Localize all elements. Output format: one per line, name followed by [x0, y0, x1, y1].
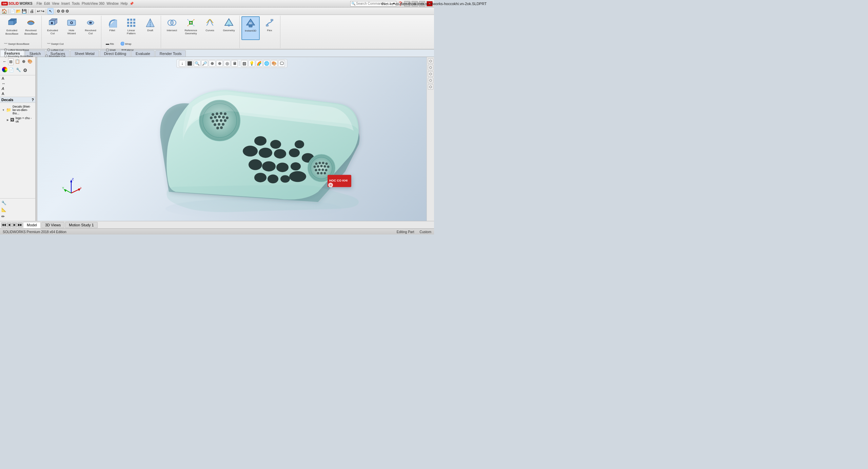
rt-btn4[interactable]: ⬡	[428, 78, 433, 83]
left-side-icon2[interactable]: ↔	[1, 81, 34, 86]
left-settings-icon[interactable]: ⚙	[22, 67, 28, 74]
left-tool1-icon[interactable]: ⊞	[8, 58, 14, 65]
vp-appearance-icon[interactable]: 🎨	[271, 60, 278, 67]
menu-view[interactable]: View	[52, 2, 59, 5]
left-bottom-icon2[interactable]: 📐	[1, 207, 35, 213]
vp-monitor-icon[interactable]: 🖵	[278, 60, 285, 67]
mirror-btn[interactable]: ⟺ Mirror	[119, 47, 136, 53]
shell-btn[interactable]: ▢ Shell	[103, 47, 118, 53]
vp-display2-icon[interactable]: ▧	[241, 60, 248, 67]
rt-btn5[interactable]: ⬡	[428, 84, 433, 90]
undo-btn[interactable]: ↩	[37, 9, 40, 14]
menu-file[interactable]: File	[37, 2, 42, 5]
flex-btn[interactable]: Flex	[260, 16, 279, 40]
nav-prev-btn[interactable]: ◀	[7, 223, 12, 227]
menu-edit[interactable]: Edit	[44, 2, 50, 5]
left-side-icon3[interactable]: A	[1, 86, 34, 91]
hole-wizard-btn[interactable]: HoleWizard	[62, 16, 81, 40]
vp-zoom-fit-icon[interactable]: 🔍	[194, 60, 201, 67]
gear2-icon[interactable]: ⚙	[61, 9, 65, 14]
left-tool5-icon[interactable]: 📄	[8, 67, 15, 74]
menu-help[interactable]: Help	[121, 2, 128, 5]
status-edition: SOLIDWORKS Premium 2018 x64 Edition	[3, 230, 66, 234]
left-tool3-icon[interactable]: ⊕	[21, 58, 26, 65]
home-icon[interactable]: 🏠	[1, 8, 7, 14]
tree-item-decals-root[interactable]: ▼ 📁 Decals (thiet-ke-vo-dien-tho...	[1, 104, 34, 116]
draft-btn[interactable]: Draft	[141, 16, 159, 40]
nav-next-btn[interactable]: ▶	[12, 223, 17, 227]
extruded-boss-base-btn[interactable]: ExtrudedBoss/Base	[3, 16, 21, 40]
menu-tools[interactable]: Tools	[72, 2, 80, 5]
rt-btn3[interactable]: ⬡	[428, 71, 433, 77]
select-btn[interactable]: ↖	[47, 8, 54, 14]
tree-logo-arrow[interactable]: ▶	[7, 118, 9, 121]
left-tool4-icon[interactable]: 🎨	[27, 58, 33, 65]
panel-help-icon[interactable]: ?	[32, 98, 34, 102]
tree-item-logo[interactable]: ▶ 🖼 logo + chu - ok	[1, 116, 34, 124]
svg-rect-17	[130, 22, 132, 24]
rib-btn[interactable]: ▬ Rib	[103, 41, 117, 47]
lofted-cut-btn[interactable]: ⬡ Lofted Cut	[43, 47, 67, 53]
gear1-icon[interactable]: ⚙	[57, 9, 60, 14]
menu-window[interactable]: Window	[106, 2, 119, 5]
left-tool2-icon[interactable]: 📋	[14, 58, 21, 65]
vp-section-icon[interactable]: ◎	[224, 60, 231, 67]
bottom-tab-model[interactable]: Model	[23, 222, 41, 228]
left-bottom-icon3[interactable]: ✏	[1, 213, 35, 220]
vp-scene-icon[interactable]: 🌐	[263, 60, 270, 67]
settings-icon[interactable]: ⚙	[65, 9, 69, 14]
intersect-btn[interactable]: Intersect	[163, 16, 181, 40]
left-tool6-icon[interactable]: 🔧	[15, 67, 22, 74]
fillet-btn[interactable]: Fillet	[103, 16, 121, 40]
nav-first-btn[interactable]: ◀◀	[1, 223, 6, 227]
svg-point-72	[289, 171, 306, 182]
vp-pan-icon[interactable]: ⊕	[209, 60, 216, 67]
save-btn[interactable]: 💾	[22, 9, 27, 14]
vp-render-icon[interactable]: 🌈	[256, 60, 263, 67]
left-color1-icon[interactable]	[2, 67, 7, 72]
tab-sheet-metal[interactable]: Sheet Metal	[70, 50, 99, 57]
left-bottom-icon1[interactable]: 🔧	[1, 200, 35, 206]
rt-btn2[interactable]: ⬡	[428, 65, 433, 70]
left-bottom-icons: 🔧 📐 ✏	[0, 198, 35, 221]
swept-cut-btn[interactable]: 〰 Swept Cut	[43, 41, 67, 47]
curves-btn[interactable]: Curves	[201, 16, 219, 40]
reference-geometry-btn[interactable]: ReferenceGeometry	[182, 16, 200, 40]
new-btn[interactable]: 📄	[10, 9, 15, 14]
menu-insert[interactable]: Insert	[61, 2, 70, 5]
instant3d-btn[interactable]: 3D Instant3D	[241, 16, 260, 40]
bottom-tab-motion[interactable]: Motion Study 1	[65, 222, 97, 228]
vp-rotate-icon[interactable]: ⊕	[216, 60, 223, 67]
linear-pattern-btn[interactable]: LinearPattern	[122, 16, 140, 40]
vp-cube-icon[interactable]: ⬛	[186, 60, 193, 67]
svg-point-51	[224, 119, 226, 122]
swept-boss-base-btn[interactable]: 〰 Swept Boss/Base	[3, 41, 31, 47]
vp-light-icon[interactable]: 💡	[249, 60, 255, 67]
geometry-btn[interactable]: Geometry	[220, 16, 238, 40]
wrap-btn[interactable]: 🌀 Wrap	[117, 41, 134, 47]
vp-zoom-area-icon[interactable]: 🔎	[201, 60, 208, 67]
svg-point-61	[274, 149, 286, 158]
revolved-cut-btn[interactable]: RevolvedCut	[81, 16, 100, 40]
nav-last-btn[interactable]: ▶▶	[18, 223, 22, 227]
left-arrow-icon[interactable]: ←	[2, 58, 7, 65]
left-side-icon4[interactable]: A	[1, 91, 34, 96]
boundary-boss-base-btn[interactable]: ⬡ Boundary Boss/Base	[3, 53, 35, 59]
menu-pin[interactable]: 📌	[130, 2, 134, 5]
tab-render-tools[interactable]: Render Tools	[155, 50, 186, 57]
left-side-icon1[interactable]: A	[1, 76, 34, 81]
bottom-tab-3dviews[interactable]: 3D Views	[41, 222, 64, 228]
draft-label: Draft	[147, 29, 153, 32]
lofted-boss-base-btn[interactable]: ⬡ Lofted Boss/Base	[3, 47, 31, 53]
tree-expand-arrow[interactable]: ▼	[2, 109, 5, 112]
open-btn[interactable]: 📂	[16, 9, 21, 14]
vp-display-icon[interactable]: 🖥	[231, 60, 238, 67]
menu-photoview[interactable]: PhotoView 360	[82, 2, 104, 5]
vp-arrow-down-icon[interactable]: ↓	[179, 60, 186, 67]
viewport[interactable]: ↓ ⬛ 🔍 🔎 ⊕ ⊕ ◎ 🖥 ▧ 💡 🌈 🌐 🎨 🖵	[37, 57, 427, 221]
redo-btn[interactable]: ↪	[41, 9, 44, 14]
rt-btn1[interactable]: ⬡	[428, 58, 433, 64]
print-btn[interactable]: 🖨	[30, 9, 34, 14]
extruded-cut-btn[interactable]: ExtrudedCut	[43, 16, 62, 40]
revolved-boss-base-btn[interactable]: RevolvedBoss/Base	[22, 16, 40, 40]
